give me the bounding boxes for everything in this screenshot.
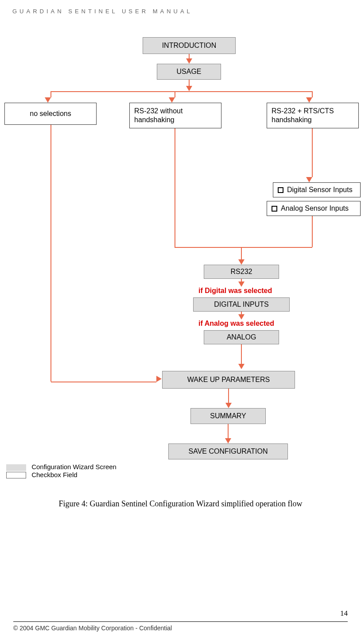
page-footer: 14 © 2004 GMC Guardian Mobility Corporat…: [0, 621, 361, 632]
page: GUARDIAN SENTINEL USER MANUAL INTRODUCTI…: [0, 0, 361, 644]
legend-checkbox: Checkbox Field: [6, 471, 116, 479]
node-analog-sensor-inputs: Analog Sensor Inputs: [267, 201, 361, 216]
node-analog: ANALOG: [204, 330, 279, 344]
node-rs232-without-handshaking: RS-232 without handshaking: [129, 103, 221, 128]
node-introduction: INTRODUCTION: [143, 37, 236, 54]
figure-caption: Figure 4: Guardian Sentinel Configuratio…: [0, 499, 361, 509]
footer-text: © 2004 GMC Guardian Mobility Corporation…: [0, 625, 361, 632]
legend-label-checkbox: Checkbox Field: [31, 471, 77, 478]
node-rs232-rtscts-handshaking: RS-232 + RTS/CTS handshaking: [267, 103, 359, 128]
legend-swatch-checkbox: [6, 472, 26, 478]
checkbox-icon: [278, 187, 283, 193]
condition-analog-label: if Analog was selected: [198, 320, 274, 328]
legend-label-screen: Configuration Wizard Screen: [31, 463, 116, 470]
node-wakeup-parameters: WAKE UP PARAMETERS: [162, 371, 295, 389]
document-header: GUARDIAN SENTINEL USER MANUAL: [12, 8, 193, 15]
page-number: 14: [340, 609, 348, 618]
footer-rule: [13, 621, 348, 622]
analog-sensor-label: Analog Sensor Inputs: [281, 204, 349, 212]
node-rs232: RS232: [204, 265, 279, 279]
legend: Configuration Wizard Screen Checkbox Fie…: [6, 463, 116, 478]
digital-sensor-label: Digital Sensor Inputs: [287, 186, 353, 194]
legend-swatch-screen: [6, 464, 26, 471]
condition-digital-label: if Digital was selected: [198, 287, 272, 295]
node-summary: SUMMARY: [190, 408, 266, 424]
node-no-selections: no selections: [4, 103, 97, 125]
node-digital-sensor-inputs: Digital Sensor Inputs: [273, 182, 361, 197]
node-usage: USAGE: [157, 64, 221, 80]
legend-screen: Configuration Wizard Screen: [6, 463, 116, 471]
node-digital-inputs: DIGITAL INPUTS: [193, 297, 290, 312]
node-save-configuration: SAVE CONFIGURATION: [168, 443, 288, 459]
checkbox-icon: [272, 206, 277, 212]
flow-diagram: INTRODUCTION USAGE no selections RS-232 …: [0, 35, 361, 504]
